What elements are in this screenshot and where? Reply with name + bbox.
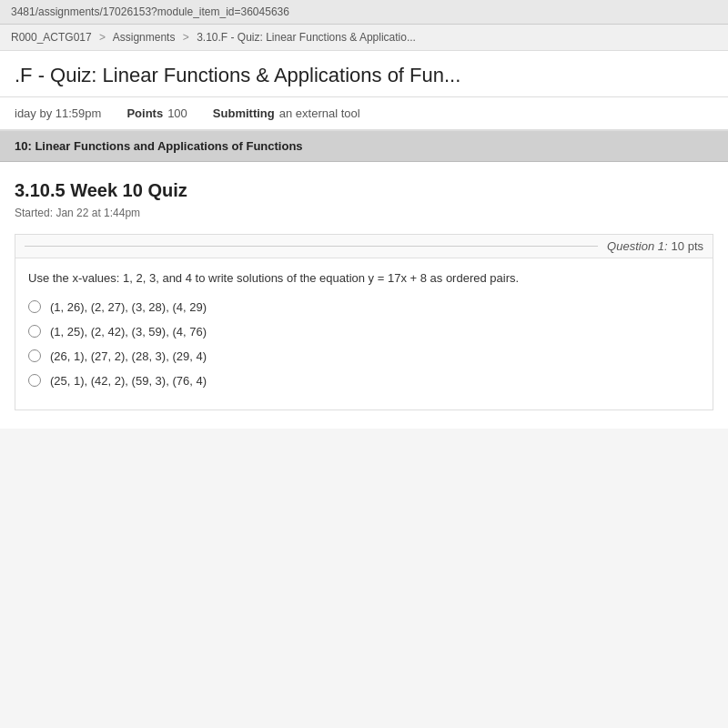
page-title-section: .F - Quiz: Linear Functions & Applicatio… — [0, 51, 728, 97]
module-header-text: 10: Linear Functions and Applications of… — [15, 139, 303, 153]
points-label: Points — [126, 106, 163, 120]
url-text: 3481/assignments/17026153?module_item_id… — [11, 5, 289, 18]
header-divider-line — [25, 246, 598, 247]
points-value: 100 — [167, 106, 187, 120]
points-meta: Points 100 — [126, 106, 187, 120]
answer-option-4[interactable]: (25, 1), (42, 2), (59, 3), (76, 4) — [28, 374, 700, 388]
question-pts: 10 pts — [672, 239, 703, 253]
quiz-content: 3.10.5 Week 10 Quiz Started: Jan 22 at 1… — [0, 162, 728, 429]
answer-option-2[interactable]: (1, 25), (2, 42), (3, 59), (4, 76) — [28, 325, 700, 339]
answer-option-3[interactable]: (26, 1), (27, 2), (28, 3), (29, 4) — [28, 349, 700, 363]
module-header: 10: Linear Functions and Applications of… — [0, 131, 728, 162]
quiz-title: 3.10.5 Week 10 Quiz — [15, 180, 713, 201]
answer-text-3: (26, 1), (27, 2), (28, 3), (29, 4) — [50, 349, 207, 363]
question-header-row: Question 1: 10 pts — [15, 235, 713, 258]
question-label: Question 1: — [607, 239, 668, 253]
url-bar: 3481/assignments/17026153?module_item_id… — [0, 0, 728, 25]
submitting-value: an external tool — [279, 106, 360, 120]
breadcrumb-sep1: > — [99, 31, 106, 44]
started-value: Jan 22 at 1:44pm — [56, 207, 140, 219]
submitting-meta: Submitting an external tool — [213, 106, 360, 120]
started-label: Started: — [15, 207, 53, 219]
breadcrumb-assignments: Assignments — [113, 31, 176, 44]
meta-bar: iday by 11:59pm Points 100 Submitting an… — [0, 97, 728, 131]
radio-2[interactable] — [28, 325, 41, 338]
breadcrumb-course: R000_ACTG017 — [11, 31, 92, 44]
question-body: Use the x-values: 1, 2, 3, and 4 to writ… — [15, 258, 713, 410]
due-meta: iday by 11:59pm — [15, 106, 101, 120]
radio-3[interactable] — [28, 349, 41, 362]
breadcrumb-sep2: > — [183, 31, 189, 44]
answer-text-1: (1, 26), (2, 27), (3, 28), (4, 29) — [50, 300, 207, 314]
due-value: iday by 11:59pm — [15, 106, 101, 120]
page-title: .F - Quiz: Linear Functions & Applicatio… — [15, 64, 713, 87]
breadcrumb-quiz: 3.10.F - Quiz: Linear Functions & Applic… — [197, 31, 416, 44]
question-text: Use the x-values: 1, 2, 3, and 4 to writ… — [28, 269, 700, 288]
radio-4[interactable] — [28, 374, 41, 387]
answer-text-2: (1, 25), (2, 42), (3, 59), (4, 76) — [50, 325, 207, 339]
breadcrumb: R000_ACTG017 > Assignments > 3.10.F - Qu… — [0, 25, 728, 51]
radio-1[interactable] — [28, 300, 41, 313]
quiz-started: Started: Jan 22 at 1:44pm — [15, 207, 713, 219]
submitting-label: Submitting — [213, 106, 275, 120]
answer-text-4: (25, 1), (42, 2), (59, 3), (76, 4) — [50, 374, 207, 388]
answer-option-1[interactable]: (1, 26), (2, 27), (3, 28), (4, 29) — [28, 300, 700, 314]
question-container: Question 1: 10 pts Use the x-values: 1, … — [15, 234, 713, 410]
